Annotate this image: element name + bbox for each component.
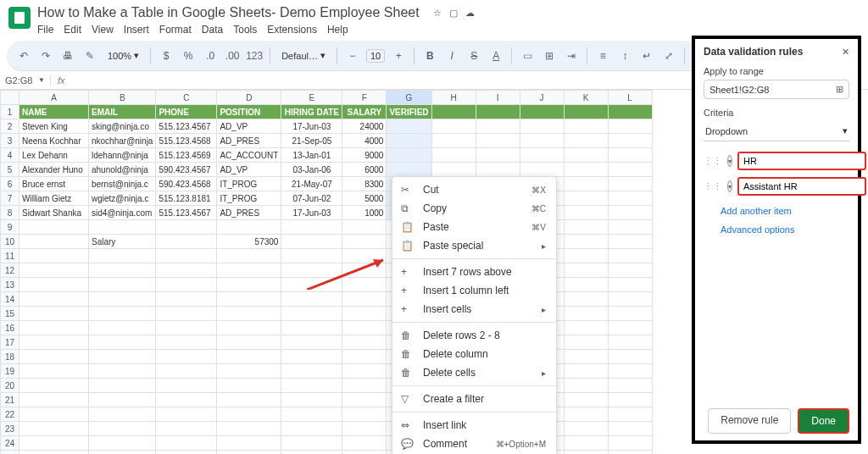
menu-help[interactable]: Help <box>327 24 348 36</box>
text-color-icon[interactable]: A <box>487 47 504 65</box>
cell[interactable] <box>387 148 431 163</box>
ctx-insert-col[interactable]: +Insert 1 column left <box>392 281 556 300</box>
cell[interactable]: 21-Sep-05 <box>281 134 342 148</box>
ctx-delete-col[interactable]: 🗑Delete column <box>392 345 556 363</box>
row-header[interactable]: 25 <box>1 451 19 455</box>
add-another-item[interactable]: Add another item <box>721 206 849 216</box>
row-header[interactable]: 9 <box>1 220 19 235</box>
menu-tools[interactable]: Tools <box>233 24 257 36</box>
row-header[interactable]: 24 <box>1 436 19 451</box>
col-header-J[interactable]: J <box>520 91 564 105</box>
cell[interactable]: 9000 <box>342 148 387 163</box>
row-header[interactable]: 12 <box>1 263 19 278</box>
move-icon[interactable]: ▢ <box>449 8 458 18</box>
cell[interactable]: AD_VP <box>217 119 281 134</box>
row-header[interactable]: 18 <box>1 350 19 364</box>
cell-reference[interactable]: G2:G8▼ <box>0 75 51 86</box>
cell[interactable] <box>387 163 431 177</box>
font-decrease-icon[interactable]: − <box>344 47 361 65</box>
italic-icon[interactable]: I <box>443 47 460 65</box>
ctx-delete-rows[interactable]: 🗑Delete rows 2 - 8 <box>392 326 556 345</box>
drag-handle-icon[interactable]: ⋮⋮ <box>704 181 722 192</box>
font-increase-icon[interactable]: + <box>390 47 407 65</box>
cell[interactable]: 515.123.4567 <box>156 206 217 220</box>
row-header[interactable]: 22 <box>1 407 19 422</box>
row-header[interactable]: 23 <box>1 422 19 436</box>
option-input-2[interactable] <box>737 177 866 196</box>
cell[interactable]: 515.123.8181 <box>156 191 217 206</box>
row-header[interactable]: 19 <box>1 364 19 379</box>
strike-icon[interactable]: S <box>465 47 482 65</box>
row-header[interactable]: 2 <box>1 119 19 134</box>
percent-icon[interactable]: % <box>180 47 197 65</box>
ctx-cut[interactable]: ✂Cut⌘X <box>392 180 556 199</box>
star-icon[interactable]: ☆ <box>433 8 442 18</box>
bold-icon[interactable]: B <box>421 47 438 65</box>
cell[interactable]: IT_PROG <box>217 177 281 191</box>
row-header[interactable]: 14 <box>1 292 19 307</box>
col-header-H[interactable]: H <box>431 91 476 105</box>
row-header[interactable]: 20 <box>1 379 19 393</box>
print-icon[interactable]: 🖶 <box>59 47 76 65</box>
cell[interactable]: POSITION <box>217 105 281 119</box>
cell[interactable]: Alexander Huno <box>19 163 89 177</box>
cell[interactable]: nkochhar@ninja <box>89 134 156 148</box>
cell[interactable]: SALARY <box>342 105 387 119</box>
ctx-copy[interactable]: ⧉Copy⌘C <box>392 199 556 218</box>
menu-data[interactable]: Data <box>202 24 223 36</box>
menu-file[interactable]: File <box>37 24 53 36</box>
font-size-input[interactable]: 10 <box>366 49 385 63</box>
ctx-paste-special[interactable]: 📋Paste special▸ <box>392 236 556 255</box>
cell[interactable]: AD_VP <box>217 163 281 177</box>
cell[interactable]: sid4@ninja.com <box>89 206 156 220</box>
remove-rule-button[interactable]: Remove rule <box>708 408 791 434</box>
col-header-K[interactable]: K <box>564 91 608 105</box>
col-header-I[interactable]: I <box>476 91 520 105</box>
cell[interactable]: 4000 <box>342 134 387 148</box>
cell[interactable]: 21-May-07 <box>281 177 342 191</box>
ctx-insert-cells[interactable]: +Insert cells▸ <box>392 300 556 318</box>
cloud-icon[interactable]: ☁ <box>465 8 475 18</box>
cell[interactable]: NAME <box>19 105 89 119</box>
row-header[interactable]: 3 <box>1 134 19 148</box>
col-header-L[interactable]: L <box>608 91 652 105</box>
wrap-icon[interactable]: ↵ <box>638 47 655 65</box>
cell[interactable]: bernst@ninja.c <box>89 177 156 191</box>
document-title[interactable]: How to Make a Table in Google Sheets- De… <box>37 5 420 20</box>
cell[interactable]: HIRING DATE <box>281 105 342 119</box>
cell[interactable]: 515.123.4569 <box>156 148 217 163</box>
col-header-F[interactable]: F <box>342 91 387 105</box>
row-header[interactable]: 7 <box>1 191 19 206</box>
cell[interactable]: 5000 <box>342 191 387 206</box>
undo-icon[interactable]: ↶ <box>15 47 32 65</box>
ctx-insert-link[interactable]: ⇔Insert link <box>392 416 556 435</box>
cell[interactable]: William Gietz <box>19 191 89 206</box>
cell[interactable]: 03-Jan-06 <box>281 163 342 177</box>
cell[interactable] <box>387 134 431 148</box>
dec-decrease-icon[interactable]: .0 <box>202 47 219 65</box>
cell[interactable]: 57300 <box>217 235 281 249</box>
cell[interactable]: 07-Jun-02 <box>281 191 342 206</box>
color-chip[interactable]: ▾ <box>727 155 732 167</box>
cell[interactable]: IT_PROG <box>217 191 281 206</box>
criteria-select[interactable]: Dropdown▾ <box>704 121 849 141</box>
cell[interactable]: Salary <box>89 235 156 249</box>
cell[interactable]: wgietz@ninja.c <box>89 191 156 206</box>
ctx-comment[interactable]: 💬Comment⌘+Option+M <box>392 435 556 453</box>
range-input[interactable]: Sheet1!G2:G8⊞ <box>704 80 849 99</box>
currency-icon[interactable]: $ <box>158 47 175 65</box>
drag-handle-icon[interactable]: ⋮⋮ <box>704 156 722 167</box>
more-formats-icon[interactable]: 123 <box>246 47 263 65</box>
row-header[interactable]: 15 <box>1 307 19 321</box>
row-header[interactable]: 4 <box>1 148 19 163</box>
cell[interactable]: EMAIL <box>89 105 156 119</box>
font-select[interactable]: Defaul… ▾ <box>277 48 330 63</box>
cell[interactable]: 13-Jan-01 <box>281 148 342 163</box>
cell[interactable] <box>387 119 431 134</box>
dec-increase-icon[interactable]: .00 <box>224 47 241 65</box>
col-header-G[interactable]: G <box>387 91 431 105</box>
cell[interactable]: Steven King <box>19 119 89 134</box>
halign-icon[interactable]: ≡ <box>594 47 611 65</box>
cell[interactable]: 17-Jun-03 <box>281 206 342 220</box>
done-button[interactable]: Done <box>798 408 849 434</box>
